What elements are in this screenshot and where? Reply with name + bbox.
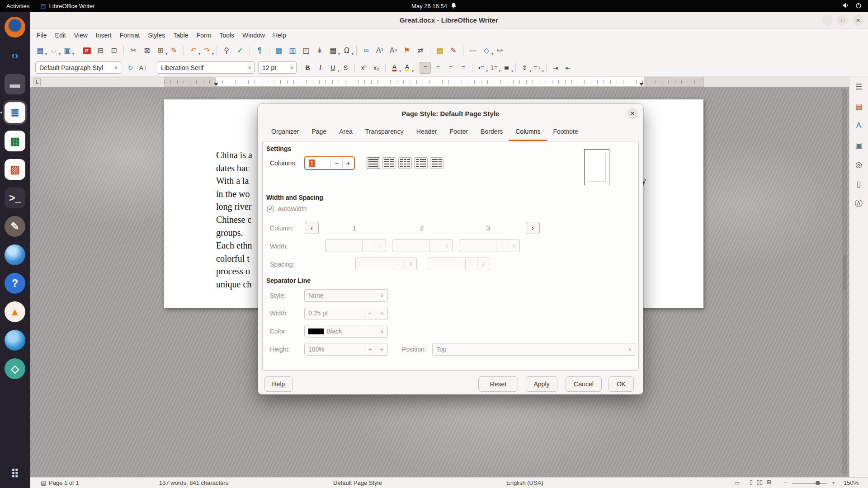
basic-shapes-icon[interactable]: ◇	[481, 45, 492, 56]
preset-one-column[interactable]	[367, 157, 380, 169]
insert-textbox-icon[interactable]: ◰	[300, 45, 312, 56]
decrement-button[interactable]: −	[393, 258, 405, 270]
increment-button[interactable]: +	[374, 240, 386, 252]
separator-style-dropdown[interactable]: None ∨	[304, 289, 388, 302]
preset-three-columns[interactable]	[398, 157, 412, 169]
menu-insert[interactable]: Insert	[92, 30, 116, 41]
document-text-line[interactable]: long river	[216, 202, 252, 215]
zoom-in-button[interactable]: +	[832, 479, 835, 486]
apply-button[interactable]: Apply	[526, 376, 557, 392]
increment-button[interactable]: +	[376, 343, 387, 355]
paragraph-spacing-icon[interactable]: ≡+	[532, 62, 543, 74]
width-3-spinbox[interactable]: − +	[459, 239, 520, 252]
dock-help[interactable]: ?	[5, 273, 25, 294]
zoom-out-button[interactable]: −	[784, 479, 788, 486]
clock-menu[interactable]: May 26 16:54	[411, 2, 457, 10]
tab-page[interactable]: Page	[305, 123, 333, 141]
single-page-view-icon[interactable]: ▯	[750, 479, 753, 485]
spelling-icon[interactable]: ✓	[234, 45, 246, 56]
formatting-marks-icon[interactable]: ¶	[254, 45, 265, 56]
menu-table[interactable]: Table	[169, 30, 192, 41]
dock-software[interactable]: ◇	[5, 358, 25, 379]
special-character-icon[interactable]: Ω	[341, 45, 353, 56]
align-left-icon[interactable]: ≡	[420, 62, 431, 74]
page-deck-icon[interactable]: ▯	[852, 177, 866, 191]
dock-browser[interactable]	[5, 244, 25, 265]
preset-left-narrow[interactable]	[414, 157, 428, 169]
tab-columns[interactable]: Columns	[509, 123, 547, 141]
preset-right-narrow[interactable]	[430, 157, 443, 169]
dock-impress[interactable]: ▨	[5, 159, 25, 180]
styles-icon[interactable]: A	[852, 119, 866, 132]
format-icon[interactable]	[354, 63, 355, 72]
gallery-icon[interactable]: ▣	[852, 138, 866, 152]
decrement-button[interactable]: −	[429, 240, 441, 252]
dock-firefox[interactable]	[5, 17, 25, 38]
columns-spinbox[interactable]: 1 − +	[304, 156, 355, 170]
increase-indent-icon[interactable]: ⇥	[550, 62, 561, 74]
increment-button[interactable]: +	[441, 240, 453, 252]
underline-icon[interactable]: U	[327, 62, 339, 74]
help-button[interactable]: Help	[264, 376, 292, 392]
bookmark-icon[interactable]: ⚑	[401, 45, 413, 56]
document-text-line[interactable]: process o	[216, 266, 252, 279]
decrement-button[interactable]: −	[465, 258, 477, 270]
dock-files[interactable]: ▬	[5, 74, 25, 94]
height-spinbox[interactable]: 100% − +	[304, 343, 388, 356]
align-right-icon[interactable]: ≡	[445, 62, 456, 74]
font-size-combo[interactable]: 12 pt ∨	[258, 61, 297, 74]
font-color-icon[interactable]: A	[389, 62, 400, 74]
dock-blue-app[interactable]	[5, 330, 25, 351]
status-language[interactable]: English (USA)	[506, 479, 543, 486]
dock-writer[interactable]: ≣	[5, 102, 25, 123]
menu-view[interactable]: View	[70, 30, 92, 41]
menu-styles[interactable]: Styles	[144, 30, 169, 41]
new-style-icon[interactable]: A+	[137, 62, 149, 74]
close-button[interactable]: ✕	[853, 15, 863, 26]
system-tray[interactable]	[842, 2, 868, 10]
document-text-line[interactable]: Each ethn	[216, 240, 252, 253]
menu-file[interactable]: File	[33, 30, 51, 41]
format-icon[interactable]	[472, 63, 472, 72]
left-indent-marker[interactable]	[214, 83, 218, 86]
insert-image-icon[interactable]: ▦	[273, 45, 285, 56]
find-replace-icon[interactable]: ⚲	[221, 45, 232, 56]
activities-button[interactable]: Activities	[6, 3, 29, 9]
right-indent-marker[interactable]	[639, 83, 644, 86]
toolbar-icon[interactable]	[250, 46, 250, 55]
document-text-line[interactable]: unique ch	[216, 279, 252, 292]
track-changes-icon[interactable]: ✎	[448, 45, 459, 56]
toolbar-icon[interactable]	[77, 46, 77, 55]
toolbar-icon[interactable]	[269, 46, 269, 55]
dock-vlc[interactable]: ▲	[5, 301, 25, 322]
accessibility-check-icon[interactable]: Ⓐ	[852, 197, 866, 210]
bold-icon[interactable]: B	[302, 62, 313, 74]
dock-gimp[interactable]: ✎	[5, 216, 25, 237]
zoom-level[interactable]: 150%	[844, 479, 859, 486]
horizontal-ruler[interactable]: L	[30, 76, 868, 87]
tab-footnote[interactable]: Footnote	[547, 123, 585, 141]
spacing-2-spinbox[interactable]: − +	[428, 258, 489, 270]
draw-functions-icon[interactable]: ✏	[494, 45, 506, 56]
decrease-indent-icon[interactable]: ⇤	[562, 62, 574, 74]
clone-formatting-icon[interactable]: ✎	[168, 45, 180, 56]
document-text-line[interactable]: in the wo	[216, 189, 252, 202]
paste-icon[interactable]: ⊞	[155, 45, 166, 56]
close-icon[interactable]: ✕	[627, 108, 638, 119]
separator-color-dropdown[interactable]: Black ∨	[304, 325, 388, 338]
book-view-icon[interactable]: ⊞	[767, 479, 771, 485]
selection-mode-icon[interactable]: ▭	[734, 479, 740, 486]
dock-terminal[interactable]: >_	[5, 188, 25, 208]
status-page-count[interactable]: Page 1 of 1	[49, 479, 79, 486]
outline-list-icon[interactable]: ≣	[501, 62, 512, 74]
menu-help[interactable]: Help	[269, 30, 290, 41]
new-document-icon[interactable]: ▤	[34, 45, 46, 56]
spacing-1-spinbox[interactable]: − +	[355, 258, 417, 270]
font-name-combo[interactable]: Liberation Serif ∨	[157, 61, 255, 74]
tab-borders[interactable]: Borders	[474, 123, 509, 141]
document-text-line[interactable]: Chinese c	[216, 215, 252, 228]
navigator-icon[interactable]: ◎	[852, 158, 866, 171]
vertical-scrollbar[interactable]	[842, 89, 847, 474]
update-style-icon[interactable]: ↻	[125, 62, 136, 74]
highlight-color-icon[interactable]: A	[401, 62, 413, 74]
